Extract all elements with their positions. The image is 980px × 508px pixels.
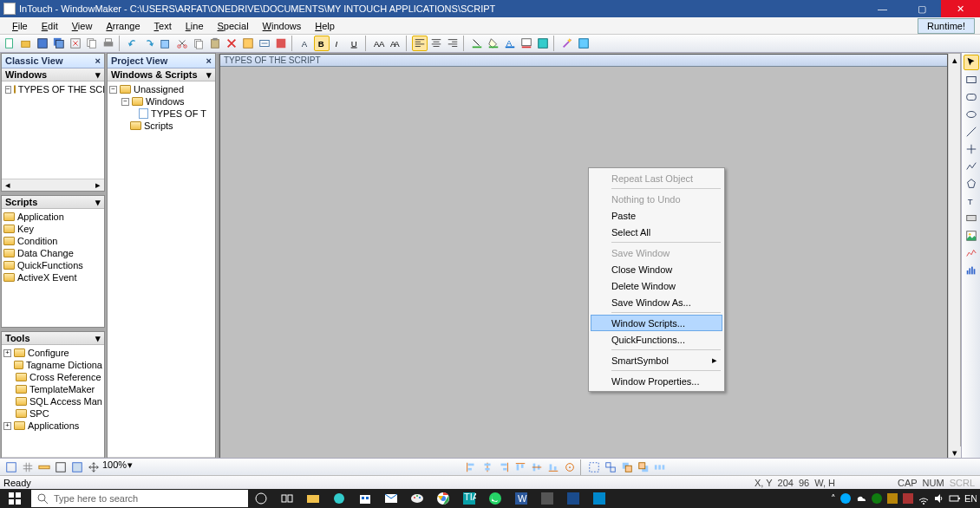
tree-root[interactable]: − TYPES OF THE SCR xyxy=(3,83,102,95)
app2-icon[interactable] xyxy=(560,489,586,508)
store-icon[interactable] xyxy=(352,489,378,508)
delete-icon[interactable] xyxy=(224,36,239,51)
chevron-down-icon[interactable]: ▾ xyxy=(206,69,212,81)
centerpt-icon[interactable] xyxy=(562,459,578,475)
menu-help[interactable]: Help xyxy=(308,19,342,33)
rect-icon[interactable] xyxy=(964,72,979,88)
save-all-icon[interactable] xyxy=(51,36,67,51)
app1-icon[interactable] xyxy=(534,489,560,508)
fill-color-icon[interactable] xyxy=(486,36,501,51)
volume-icon[interactable] xyxy=(933,492,945,505)
chrome-icon[interactable] xyxy=(430,489,456,508)
ungroup-icon[interactable] xyxy=(603,459,618,475)
menu-edit[interactable]: Edit xyxy=(35,19,65,33)
tree-item[interactable]: Application xyxy=(3,211,102,223)
histtrend-icon[interactable] xyxy=(964,263,979,278)
window-color-icon[interactable] xyxy=(519,36,534,51)
search-box[interactable]: Type here to search xyxy=(31,490,248,507)
undo-icon[interactable] xyxy=(125,36,140,51)
bold-icon[interactable]: B xyxy=(314,36,330,51)
runtime-button[interactable]: Runtime! xyxy=(918,18,975,34)
zoom-value[interactable]: 100% xyxy=(102,459,127,475)
tagname-icon[interactable] xyxy=(257,36,272,51)
grid-icon[interactable] xyxy=(20,459,36,475)
tree-item[interactable]: SPC xyxy=(3,407,102,420)
line-color-icon[interactable] xyxy=(469,36,485,51)
mail-icon[interactable] xyxy=(378,489,404,508)
start-button[interactable] xyxy=(0,489,29,508)
cut-icon[interactable] xyxy=(174,36,190,51)
close-button[interactable]: ✕ xyxy=(941,0,980,17)
menu-view[interactable]: View xyxy=(65,19,100,33)
lang-icon[interactable]: ENG xyxy=(964,492,977,505)
scrollbar-x[interactable]: ◂▸ xyxy=(2,179,104,191)
save-icon[interactable] xyxy=(35,36,50,51)
wifi-icon[interactable] xyxy=(918,492,930,505)
text-color-icon[interactable]: A xyxy=(502,36,518,51)
app-tray-icon[interactable] xyxy=(886,492,898,505)
snap-icon[interactable] xyxy=(3,459,19,475)
tree-item[interactable]: Scripts xyxy=(109,120,213,132)
minimize-button[interactable]: — xyxy=(863,0,902,17)
font-icon[interactable]: A xyxy=(297,36,313,51)
ctx-window-properties[interactable]: Window Properties... xyxy=(591,373,722,389)
tree-item[interactable]: Cross Reference xyxy=(3,371,102,383)
align-t-icon[interactable] xyxy=(513,459,528,475)
tree-item[interactable]: ActiveX Event xyxy=(3,271,102,283)
close-win-icon[interactable] xyxy=(68,36,83,51)
expand-icon[interactable]: + xyxy=(3,349,11,357)
cortana-icon[interactable] xyxy=(248,489,274,508)
tree-item[interactable]: TYPES OF T xyxy=(109,107,213,120)
teamviewer-icon[interactable] xyxy=(840,492,852,505)
align-center-icon[interactable] xyxy=(428,36,444,51)
fit-icon[interactable] xyxy=(69,459,85,475)
chevron-down-icon[interactable]: ▾ xyxy=(95,197,101,208)
button-icon[interactable] xyxy=(964,211,979,226)
tia-icon[interactable]: TIA xyxy=(456,489,482,508)
ctx-save-window-as[interactable]: Save Window As... xyxy=(591,294,722,310)
front-icon[interactable] xyxy=(619,459,635,475)
tree-item[interactable]: Data Change xyxy=(3,247,102,259)
paste-icon[interactable] xyxy=(207,36,223,51)
distribute-h-icon[interactable] xyxy=(652,459,668,475)
dup2-icon[interactable] xyxy=(158,36,173,51)
ctx-select-all[interactable]: Select All xyxy=(591,224,722,240)
tray-up-icon[interactable]: ˄ xyxy=(831,493,836,505)
chevron-down-icon[interactable]: ▾ xyxy=(95,333,101,344)
canvas-window[interactable]: TYPES OF THE SCRIPT xyxy=(219,54,948,459)
print-icon[interactable] xyxy=(101,36,116,51)
system-tray[interactable]: ˄ ENG xyxy=(831,492,980,505)
menu-line[interactable]: Line xyxy=(179,19,211,33)
ctx-smartsymbol[interactable]: SmartSymbol▸ xyxy=(591,352,722,368)
pan-icon[interactable] xyxy=(86,459,101,475)
close-icon[interactable]: × xyxy=(95,55,101,66)
word-icon[interactable]: W xyxy=(508,489,534,508)
ctx-delete-window[interactable]: Delete Window xyxy=(591,277,722,294)
ellipse-icon[interactable] xyxy=(964,107,979,122)
collapse-icon[interactable]: − xyxy=(109,86,117,94)
transparent-icon[interactable] xyxy=(535,36,551,51)
back-icon[interactable] xyxy=(636,459,651,475)
xbox-icon[interactable] xyxy=(871,492,883,505)
text-icon[interactable]: T xyxy=(964,193,979,209)
app-tray2-icon[interactable] xyxy=(902,492,914,505)
collapse-icon[interactable]: − xyxy=(5,86,11,94)
new-icon[interactable] xyxy=(2,36,17,51)
underline-icon[interactable]: U xyxy=(347,36,363,51)
align-m-icon[interactable] xyxy=(529,459,545,475)
expand-icon[interactable]: + xyxy=(3,422,11,430)
italic-icon[interactable]: I xyxy=(330,36,346,51)
tree-item[interactable]: SQL Access Man xyxy=(3,395,102,407)
copy-icon[interactable] xyxy=(191,36,206,51)
tree-item[interactable]: QuickFunctions xyxy=(3,259,102,271)
align-right-icon[interactable] xyxy=(445,36,461,51)
align-left-icon[interactable] xyxy=(412,36,428,51)
battery-icon[interactable] xyxy=(949,492,961,505)
line-icon[interactable] xyxy=(964,124,979,140)
tree-item[interactable]: Condition xyxy=(3,235,102,247)
ctx-quickfunctions[interactable]: QuickFunctions... xyxy=(591,331,722,348)
scrollbar-y[interactable]: ▴▾ xyxy=(948,54,960,459)
explorer-icon[interactable] xyxy=(300,489,326,508)
btn-a-icon[interactable] xyxy=(273,36,289,51)
symbol-icon[interactable] xyxy=(576,36,591,51)
